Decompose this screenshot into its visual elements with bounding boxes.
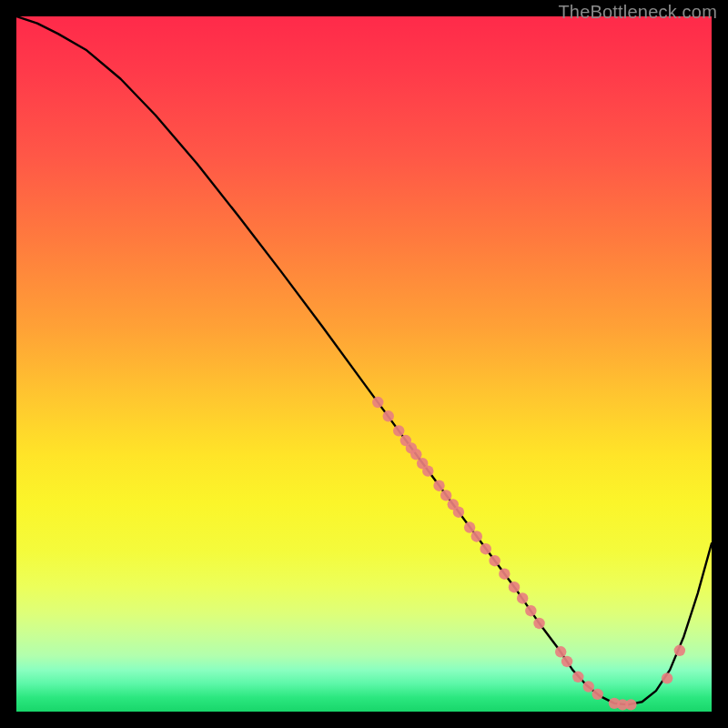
- data-point: [489, 555, 500, 566]
- curve-layer: [16, 16, 712, 712]
- data-point: [517, 592, 528, 603]
- data-point: [509, 581, 520, 592]
- data-point: [555, 646, 566, 657]
- data-point: [674, 645, 685, 656]
- data-point: [393, 425, 404, 436]
- data-point: [453, 507, 464, 518]
- data-point: [480, 543, 491, 554]
- data-point: [464, 521, 475, 532]
- data-point: [499, 569, 510, 580]
- data-point: [383, 410, 394, 421]
- data-point: [525, 605, 536, 616]
- plot-area: [16, 16, 712, 712]
- highlighted-points: [372, 397, 685, 711]
- data-point: [440, 490, 451, 500]
- data-point: [471, 531, 482, 541]
- data-point: [592, 689, 603, 700]
- data-point: [572, 672, 583, 682]
- data-point: [662, 672, 672, 683]
- data-point: [583, 681, 594, 692]
- bottleneck-curve: [16, 16, 712, 704]
- data-point: [561, 656, 572, 667]
- chart-stage: TheBottleneck.com: [0, 0, 728, 728]
- data-point: [625, 699, 636, 710]
- data-point: [533, 618, 544, 629]
- watermark-text: TheBottleneck.com: [558, 2, 717, 23]
- data-point: [372, 397, 383, 408]
- data-point: [422, 465, 433, 476]
- data-point: [433, 480, 444, 491]
